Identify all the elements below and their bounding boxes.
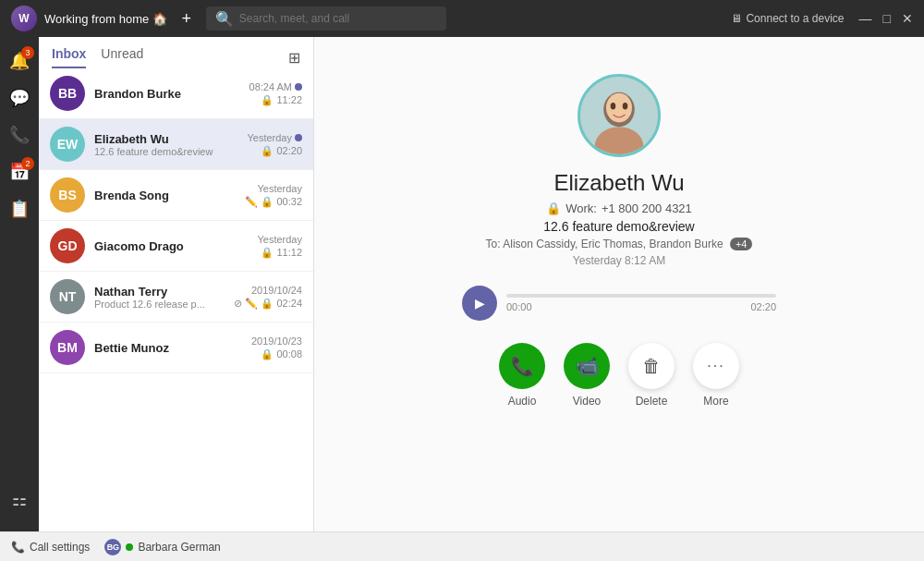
panel-header: Inbox Unread ⊞ — [39, 37, 313, 68]
contact-item-elizabeth[interactable]: EW Elizabeth Wu 12.6 feature demo&review… — [39, 119, 313, 170]
nav-item-calendar[interactable]: 📅 2 — [3, 155, 36, 189]
call-settings-label: Call settings — [30, 541, 90, 554]
nav-item-calls[interactable]: 📞 — [3, 118, 36, 152]
filter-icon[interactable]: ⊞ — [288, 49, 300, 67]
progress-container: 00:00 02:20 — [506, 294, 776, 312]
contact-name-brandon: Brandon Burke — [94, 87, 240, 101]
play-button[interactable]: ▶ — [462, 286, 497, 321]
contact-info-brandon: Brandon Burke — [94, 87, 240, 101]
contact-duration-bettie: 🔒 00:08 — [251, 348, 302, 360]
audio-label: Audio — [508, 395, 537, 408]
video-label: Video — [573, 395, 601, 408]
progress-bar[interactable] — [506, 294, 776, 298]
unread-dot-brandon — [295, 83, 302, 91]
bottom-bar: 📞 Call settings BG Barbara German — [0, 531, 924, 561]
user-name: Barbara German — [138, 541, 220, 554]
contact-info-bettie: Bettie Munoz — [94, 341, 242, 355]
voicemail-panel: Inbox Unread ⊞ BB Brandon Burke 08:24 AM — [39, 37, 314, 561]
phone-number: +1 800 200 4321 — [602, 201, 692, 215]
avatar-giacomo: GD — [50, 228, 85, 263]
action-video[interactable]: 📹 Video — [564, 343, 610, 408]
detail-phone: 🔒 Work: +1 800 200 4321 — [546, 201, 692, 215]
contact-info-nathan: Nathan Terry Product 12.6 release p... — [94, 285, 225, 310]
nav-item-chat[interactable]: 💬 — [3, 81, 36, 115]
contact-info-brenda: Brenda Song — [94, 189, 236, 202]
delete-label: Delete — [636, 395, 668, 408]
call-settings-icon: 📞 — [11, 541, 25, 554]
activity-badge: 3 — [21, 46, 34, 59]
contact-preview-elizabeth: 12.6 feature demo&review — [94, 146, 237, 157]
action-delete[interactable]: 🗑 Delete — [628, 343, 675, 408]
contact-time-nathan: 2019/10/24 — [234, 285, 302, 296]
chat-icon: 💬 — [9, 88, 30, 108]
maximize-button[interactable]: □ — [883, 11, 891, 26]
contact-item-giacomo[interactable]: GD Giacomo Drago Yesterday 🔒 11:12 — [39, 221, 313, 272]
calendar-badge: 2 — [21, 157, 34, 170]
video-call-button[interactable]: 📹 — [564, 343, 610, 389]
avatar-nathan: NT — [50, 279, 85, 314]
more-button[interactable]: ··· — [693, 343, 739, 389]
search-bar[interactable]: 🔍 — [206, 6, 446, 30]
contact-name-nathan: Nathan Terry — [94, 285, 225, 299]
contact-item-brenda[interactable]: BS Brenda Song Yesterday ✏️ 🔒 00:32 — [39, 170, 313, 221]
detail-date: Yesterday 8:12 AM — [573, 254, 665, 267]
contact-time-giacomo: Yesterday — [257, 234, 302, 245]
contact-meta-nathan: 2019/10/24 ⊘ ✏️ 🔒 02:24 — [234, 285, 302, 310]
contact-duration-giacomo: 🔒 11:12 — [257, 247, 302, 259]
call-settings-item[interactable]: 📞 Call settings — [11, 541, 90, 554]
contact-item-brandon[interactable]: BB Brandon Burke 08:24 AM 🔒 11:22 — [39, 68, 313, 119]
contact-meta-brenda: Yesterday ✏️ 🔒 00:32 — [245, 183, 302, 208]
delete-button[interactable]: 🗑 — [628, 343, 675, 389]
lock-icon: 🔒 — [546, 201, 561, 215]
tab-unread[interactable]: Unread — [101, 46, 143, 68]
minimize-button[interactable]: — — [859, 11, 872, 26]
user-profile-item[interactable]: BG Barbara German — [104, 539, 220, 555]
nav-item-activity[interactable]: 🔔 3 — [3, 44, 36, 78]
to-recipients: Alison Cassidy, Eric Thomas, Brandon Bur… — [503, 238, 723, 250]
tab-inbox[interactable]: Inbox — [52, 46, 86, 68]
close-button[interactable]: ✕ — [902, 11, 913, 26]
contact-name-bettie: Bettie Munoz — [94, 341, 242, 355]
add-button[interactable]: + — [175, 6, 199, 30]
contact-meta-elizabeth: Yesterday 🔒 02:20 — [247, 132, 302, 157]
main-layout: 🔔 3 💬 📞 📅 2 📋 ⚏ Help Inbo — [0, 37, 924, 561]
calls-icon: 📞 — [9, 125, 30, 145]
time-start: 00:00 — [506, 301, 532, 312]
audio-call-button[interactable]: 📞 — [499, 343, 545, 389]
contact-info-elizabeth: Elizabeth Wu 12.6 feature demo&review — [94, 132, 237, 157]
status-dot — [126, 543, 133, 551]
panel-tabs: Inbox Unread — [52, 46, 143, 68]
to-label: To: — [486, 238, 501, 250]
contact-time-brandon: 08:24 AM — [249, 81, 302, 92]
contact-meta-brandon: 08:24 AM 🔒 11:22 — [249, 81, 302, 106]
contact-meta-bettie: 2019/10/23 🔒 00:08 — [251, 335, 302, 360]
title-bar: W Working from home 🏠 + 🔍 🖥 Connect to a… — [0, 0, 924, 37]
title-bar-left: W Working from home 🏠 + 🔍 — [11, 6, 722, 31]
nav-item-voicemail[interactable]: 📋 — [3, 192, 36, 226]
contact-meta-giacomo: Yesterday 🔒 11:12 — [257, 234, 302, 259]
window-controls: — □ ✕ — [859, 11, 913, 26]
phone-label: Work: — [565, 201, 597, 215]
contact-name-giacomo: Giacomo Drago — [94, 239, 248, 253]
nav-item-apps[interactable]: ⚏ — [3, 483, 36, 517]
contact-duration-brandon: 🔒 11:22 — [249, 94, 302, 106]
contact-duration-elizabeth: 🔒 02:20 — [247, 145, 302, 157]
contact-duration-nathan: ⊘ ✏️ 🔒 02:24 — [234, 298, 302, 310]
contact-name-brenda: Brenda Song — [94, 189, 236, 202]
user-avatar-title[interactable]: W — [11, 6, 37, 31]
connect-device-button[interactable]: 🖥 Connect to a device — [731, 12, 844, 25]
search-input[interactable] — [239, 12, 437, 25]
action-more[interactable]: ··· More — [693, 343, 739, 408]
avatar-elizabeth: EW — [50, 127, 85, 162]
contact-item-nathan[interactable]: NT Nathan Terry Product 12.6 release p..… — [39, 272, 313, 323]
action-audio[interactable]: 📞 Audio — [499, 343, 545, 408]
voicemail-icon: 📋 — [9, 199, 30, 219]
detail-panel: Elizabeth Wu 🔒 Work: +1 800 200 4321 12.… — [314, 37, 924, 561]
monitor-icon: 🖥 — [731, 12, 742, 25]
avatar-brandon: BB — [50, 76, 85, 111]
audio-player: ▶ 00:00 02:20 — [462, 286, 776, 321]
detail-subject: 12.6 feature demo&review — [543, 219, 694, 234]
user-avatar-small: BG — [104, 539, 121, 555]
svg-point-3 — [606, 93, 632, 123]
contact-item-bettie[interactable]: BM Bettie Munoz 2019/10/23 🔒 00:08 — [39, 323, 313, 373]
